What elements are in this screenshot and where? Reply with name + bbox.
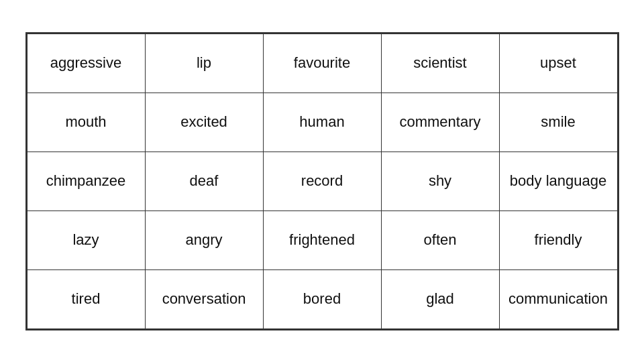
table-cell: lazy <box>27 210 145 269</box>
table-cell: glad <box>381 269 499 328</box>
table-cell: conversation <box>145 269 263 328</box>
table-cell: record <box>263 152 381 210</box>
table-cell: bored <box>263 269 381 328</box>
table-cell: shy <box>381 152 499 210</box>
table-cell: excited <box>145 93 263 152</box>
table-cell: commentary <box>381 93 499 152</box>
table-cell: often <box>381 210 499 269</box>
table-cell: scientist <box>381 34 499 93</box>
table-cell: aggressive <box>27 34 145 93</box>
table-cell: human <box>263 93 381 152</box>
table-cell: body language <box>499 152 617 210</box>
table-cell: friendly <box>499 210 617 269</box>
table-cell: mouth <box>27 93 145 152</box>
table-cell: tired <box>27 269 145 328</box>
table-cell: frightened <box>263 210 381 269</box>
table-cell: favourite <box>263 34 381 93</box>
table-cell: deaf <box>145 152 263 210</box>
word-grid: aggressivelipfavouritescientistupsetmout… <box>25 32 619 330</box>
table-cell: chimpanzee <box>27 152 145 210</box>
table-cell: smile <box>499 93 617 152</box>
table-cell: communication <box>499 269 617 328</box>
table-cell: lip <box>145 34 263 93</box>
table-cell: angry <box>145 210 263 269</box>
table-cell: upset <box>499 34 617 93</box>
